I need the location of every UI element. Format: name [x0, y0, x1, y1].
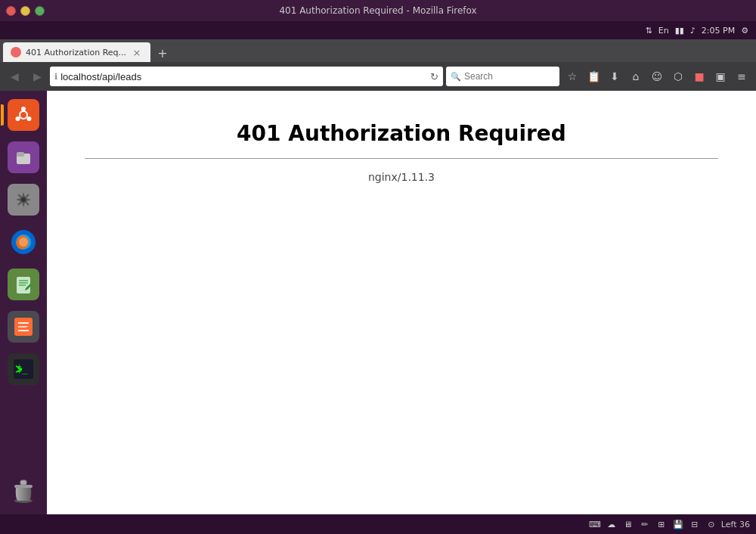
- emoji-icon[interactable]: ☺: [647, 67, 667, 86]
- svg-rect-25: [14, 485, 33, 488]
- svg-rect-6: [17, 152, 24, 157]
- window-title: 401 Authorization Required - Mozilla Fir…: [279, 5, 476, 16]
- error-divider: [85, 158, 718, 159]
- url-bar[interactable]: ℹ ↻: [50, 67, 443, 86]
- history-icon[interactable]: 📋: [584, 67, 603, 86]
- new-tab-button[interactable]: +: [153, 44, 172, 62]
- error-page: 401 Authorization Required nginx/1.11.3: [62, 106, 741, 198]
- minimize-button[interactable]: [20, 6, 30, 16]
- keyboard-layout[interactable]: En: [658, 26, 669, 36]
- url-input[interactable]: [60, 71, 427, 82]
- svg-line-11: [18, 203, 21, 206]
- tab-close-button[interactable]: ×: [131, 46, 143, 58]
- forward-button[interactable]: ▶: [27, 67, 47, 86]
- sidebar-item-firefox[interactable]: [4, 222, 43, 262]
- settings-icon: [8, 184, 39, 216]
- files-icon: [8, 141, 39, 173]
- sidebar-item-files[interactable]: [4, 138, 43, 177]
- pocket-icon[interactable]: ⬡: [668, 67, 688, 86]
- sidebar-item-text-editor[interactable]: [4, 265, 43, 304]
- bottom-bar: ⌨ ☁ 🖥 ✏ ⊞ 💾 ⊟ ⊙ Left 36: [0, 514, 756, 534]
- search-icon: 🔍: [451, 72, 461, 82]
- title-bar: 401 Authorization Required - Mozilla Fir…: [0, 0, 756, 21]
- terminal-icon: $_: [8, 353, 39, 385]
- taskbar-icon-1[interactable]: ⌨: [588, 517, 602, 531]
- svg-text:$_: $_: [17, 364, 28, 374]
- back-button[interactable]: ◀: [5, 67, 24, 86]
- sidebar-item-trash[interactable]: [4, 470, 43, 510]
- svg-line-8: [18, 194, 21, 197]
- svg-line-9: [26, 203, 29, 206]
- info-icon: ℹ: [54, 72, 57, 82]
- download-icon[interactable]: ⬇: [605, 67, 624, 86]
- sidebar-item-terminal[interactable]: $_: [4, 349, 43, 389]
- svg-line-10: [26, 194, 29, 197]
- forward-icon: ▶: [33, 70, 42, 82]
- svg-point-2: [16, 116, 20, 121]
- system-bar: ⇅ En ▮▮ ♪ 2:05 PM ⚙: [0, 21, 756, 39]
- search-input[interactable]: [464, 71, 578, 82]
- toolbar-icons: ☆ 📋 ⬇ ⌂ ☺ ⬡ ■ ▣ ≡: [562, 67, 751, 86]
- sidebar-item-settings[interactable]: [4, 180, 43, 219]
- tab-bar: 401 Authorization Req... × +: [0, 39, 756, 62]
- system-settings-icon[interactable]: ⚙: [741, 26, 748, 36]
- search-bar[interactable]: 🔍: [446, 67, 559, 86]
- back-icon: ◀: [11, 70, 19, 82]
- trash-icon: [10, 477, 37, 504]
- firefox-icon: [8, 226, 39, 258]
- sidebar-item-ubuntu[interactable]: [4, 95, 43, 135]
- server-info: nginx/1.11.3: [85, 171, 718, 183]
- menu-icon[interactable]: ≡: [732, 67, 751, 86]
- ubuntu-icon: [8, 99, 39, 131]
- nav-bar: ◀ ▶ ℹ ↻ 🔍 ☆ 📋 ⬇ ⌂ ☺ ⬡ ■ ▣ ≡: [0, 62, 756, 91]
- browser-tab[interactable]: 401 Authorization Req... ×: [3, 42, 150, 62]
- keyboard-indicator: Left 36: [721, 520, 750, 529]
- screenshot-icon[interactable]: ▣: [711, 67, 730, 86]
- taskbar-icon-8[interactable]: ⊙: [705, 517, 718, 531]
- window-controls[interactable]: [6, 6, 45, 16]
- svg-point-3: [27, 116, 32, 121]
- taskbar-icon-3[interactable]: 🖥: [621, 517, 635, 531]
- svg-rect-26: [20, 480, 26, 485]
- maximize-button[interactable]: [35, 6, 45, 16]
- bookmark-icon[interactable]: ☆: [562, 67, 582, 86]
- taskbar-icon-6[interactable]: 💾: [671, 517, 685, 531]
- brand-icon[interactable]: ■: [689, 67, 709, 86]
- taskbar-icon-4[interactable]: ✏: [638, 517, 652, 531]
- time-display: 2:05 PM: [702, 26, 735, 36]
- browser-layout: $_: [0, 91, 756, 514]
- taskbar-icon-2[interactable]: ☁: [605, 517, 618, 531]
- reload-button[interactable]: ↻: [430, 71, 438, 82]
- error-heading: 401 Authorization Required: [85, 121, 718, 146]
- sublime-icon: [8, 311, 39, 343]
- svg-point-7: [20, 197, 26, 203]
- svg-point-14: [19, 238, 28, 247]
- text-editor-icon: [8, 269, 39, 300]
- tab-favicon: [11, 47, 21, 57]
- taskbar-icon-7[interactable]: ⊟: [688, 517, 702, 531]
- sidebar-item-sublime[interactable]: [4, 307, 43, 346]
- home-icon[interactable]: ⌂: [626, 67, 646, 86]
- browser-content: 401 Authorization Required nginx/1.11.3: [47, 91, 756, 514]
- ubuntu-sidebar: $_: [0, 91, 47, 514]
- close-button[interactable]: [6, 6, 16, 16]
- tab-label: 401 Authorization Req...: [26, 48, 126, 57]
- volume-icon: ♪: [690, 26, 696, 36]
- network-icon: ⇅: [646, 26, 652, 36]
- battery-icon: ▮▮: [675, 26, 684, 36]
- taskbar-icon-5[interactable]: ⊞: [655, 517, 668, 531]
